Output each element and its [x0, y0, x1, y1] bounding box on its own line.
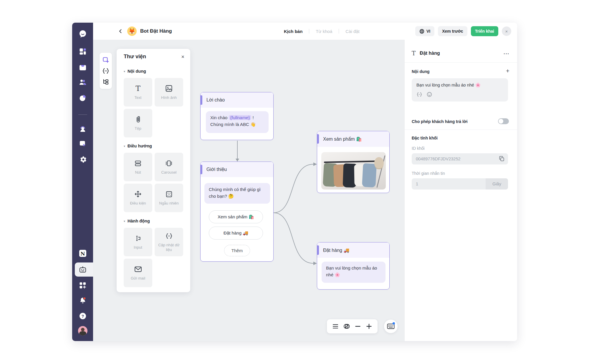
sidebar-item-help[interactable]: ?	[79, 312, 87, 320]
library-item-carousel[interactable]: Carousel	[155, 153, 183, 181]
app-logo-chat-icon	[78, 29, 87, 39]
insert-variable-button[interactable]	[416, 92, 422, 97]
sidebar-item-contacts[interactable]	[79, 79, 87, 86]
text-icon: T	[135, 84, 140, 93]
tab-kich-ban[interactable]: Kịch bản	[284, 29, 302, 34]
variables-button[interactable]	[102, 67, 109, 74]
node-order-title: Đặt hàng 🚚	[323, 247, 349, 253]
toggle-knob	[499, 119, 503, 124]
collapse-arrow-icon: ▾	[124, 144, 125, 148]
library-item-update-data[interactable]: Cập nhật dữ liệu	[155, 228, 183, 256]
allow-reply-toggle[interactable]	[498, 118, 509, 124]
block-inspector-panel: T Đặt hàng ··· Nội dung + Bạn vui lòng c…	[404, 40, 517, 341]
user-avatar[interactable]	[78, 326, 87, 335]
node-order-message[interactable]: Bạn vui lòng chọn mẫu áo nhé 🌸	[322, 262, 386, 283]
library-item-random[interactable]: Ngẫu nhiên	[155, 184, 183, 212]
sidebar-item-apps[interactable]	[79, 282, 86, 289]
back-button[interactable]	[118, 29, 123, 34]
flow-tree-button[interactable]	[102, 78, 109, 85]
library-panel: Thư viện × ▾ Nội dung T Text Hình ảnh	[117, 49, 190, 292]
keyboard-shortcuts-button[interactable]	[384, 320, 398, 333]
delay-field[interactable]: 1 Giây	[412, 178, 508, 190]
close-button[interactable]: ×	[502, 26, 511, 36]
node-accent-bar	[317, 134, 319, 144]
sidebar-item-notifications[interactable]	[79, 297, 87, 304]
tab-tu-khoa[interactable]: Từ khoá	[316, 29, 332, 34]
library-section-content[interactable]: ▾ Nội dung	[124, 69, 146, 74]
notification-dot	[393, 322, 395, 325]
deploy-button[interactable]: Triển khai	[471, 26, 498, 36]
header-left-group: 🦊 Bot Đặt Hàng	[118, 23, 172, 40]
node-products[interactable]: Xem sản phẩm 🛍️	[317, 131, 390, 193]
sidebar-item-settings[interactable]	[79, 156, 86, 163]
divider	[405, 129, 517, 130]
main-sidebar: N ?	[72, 23, 93, 341]
variables-icon	[102, 68, 109, 74]
library-section-actions[interactable]: ▾ Hành động	[124, 219, 150, 223]
block-id-field[interactable]: 00489776DFJDV23252	[412, 153, 508, 164]
message-text[interactable]: Bạn vui lòng chọn mẫu áo nhé 🌸	[416, 83, 481, 88]
variable-chip[interactable]: {fullname}	[229, 115, 252, 120]
node-intro-add-button[interactable]: Thêm	[224, 245, 250, 256]
flow-canvas[interactable]: Thư viện × ▾ Nội dung T Text Hình ảnh	[93, 40, 404, 341]
copy-button[interactable]	[499, 156, 504, 162]
node-intro-button-products[interactable]: Xem sản phẩm 🛍️	[209, 210, 263, 223]
content-section-label: Nội dung	[412, 69, 430, 74]
globe-icon	[419, 29, 424, 34]
node-intro-message[interactable]: Chúng mình có thể giúp gì cho bạn? 🤔	[204, 183, 270, 204]
language-label: VI	[426, 29, 430, 34]
node-order-header: Đặt hàng 🚚	[317, 242, 389, 258]
library-item-file[interactable]: Tệp	[124, 109, 152, 137]
emoji-button[interactable]	[427, 92, 432, 97]
library-item-condition[interactable]: Điều kiện	[124, 184, 152, 212]
library-item-button[interactable]: Nút	[124, 153, 152, 181]
library-item-image[interactable]: Hình ảnh	[155, 78, 183, 107]
node-intro-button-order[interactable]: Đặt hàng 🚚	[209, 227, 263, 240]
node-accent-bar	[317, 245, 319, 255]
chevron-left-icon	[118, 29, 123, 34]
library-close-button[interactable]: ×	[181, 54, 184, 59]
library-item-text[interactable]: T Text	[124, 78, 152, 107]
message-editor[interactable]: Bạn vui lòng chọn mẫu áo nhé 🌸	[412, 78, 508, 102]
block-options-button[interactable]: ···	[504, 51, 509, 57]
language-button[interactable]: VI	[415, 26, 434, 36]
sidebar-item-inbox[interactable]	[79, 64, 86, 71]
library-section-navigation[interactable]: ▾ Điều hướng	[124, 144, 152, 148]
sidebar-item-notion[interactable]: N	[79, 249, 87, 257]
fox-emoji-icon: 🦊	[129, 28, 135, 34]
block-id-label: ID khối	[412, 146, 425, 151]
sidebar-item-broadcast[interactable]	[79, 141, 86, 147]
sidebar-item-bot-builder[interactable]	[79, 266, 87, 273]
collapse-arrow-icon: ▾	[124, 220, 125, 223]
attachment-icon	[135, 115, 142, 124]
input-cursor-icon	[134, 234, 142, 242]
tab-cai-dat[interactable]: Cài đặt	[345, 29, 360, 34]
fit-view-button[interactable]	[343, 323, 350, 330]
close-icon: ×	[505, 29, 508, 34]
add-block-button[interactable]	[102, 56, 109, 64]
block-id-value: 00489776DFJDV23252	[416, 157, 461, 161]
node-order[interactable]: Đặt hàng 🚚 Bạn vui lòng chọn mẫu áo nhé …	[317, 242, 390, 290]
node-intro[interactable]: Giới thiệu Chúng mình có thể giúp gì cho…	[200, 162, 274, 262]
delay-value: 1	[416, 182, 418, 186]
zoom-in-button[interactable]	[365, 323, 373, 330]
library-item-input[interactable]: Input	[124, 228, 152, 256]
tree-icon	[102, 79, 109, 85]
node-accent-bar	[200, 165, 202, 174]
library-item-send-mail[interactable]: Gửi mail	[124, 259, 152, 287]
node-greeting-message[interactable]: Xin chào {fullname} ! Chúng mình là ABC …	[206, 111, 269, 133]
preview-button[interactable]: Xem trước	[438, 26, 467, 36]
add-content-button[interactable]: +	[506, 67, 509, 74]
page: N ? 🦊 Bot Đặt Hàng Kịch bản	[0, 0, 589, 364]
garment-denim	[362, 163, 377, 187]
sidebar-item-analytics[interactable]	[79, 94, 86, 102]
zoom-out-button[interactable]	[354, 323, 362, 330]
move-arrows-icon	[134, 190, 142, 198]
product-image[interactable]	[321, 152, 386, 190]
divider	[405, 62, 517, 63]
node-products-header: Xem sản phẩm 🛍️	[317, 131, 389, 147]
node-greeting[interactable]: Lời chào Xin chào {fullname} ! Chúng mìn…	[200, 92, 274, 140]
sidebar-item-dashboard[interactable]	[79, 48, 86, 55]
sidebar-item-support[interactable]	[79, 125, 86, 133]
menu-button[interactable]	[332, 323, 339, 330]
